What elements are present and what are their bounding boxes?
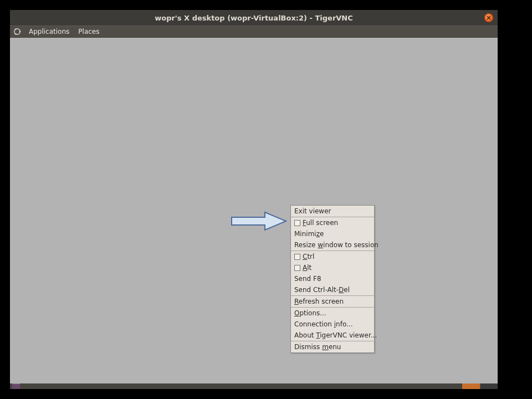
window-titlebar: wopr's X desktop (wopr-VirtualBox:2) - T…	[10, 10, 498, 25]
panel-launcher-icon[interactable]	[12, 383, 20, 389]
menu-ctrl-key[interactable]: Ctrl	[291, 251, 374, 262]
menu-connection-info[interactable]: Connection info...	[291, 319, 374, 330]
menu-dismiss[interactable]: Dismiss menu	[291, 341, 374, 352]
remote-desktop-area[interactable]: Exit viewer Full screen Minimize Resize …	[10, 38, 498, 383]
menu-full-screen[interactable]: Full screen	[291, 217, 374, 228]
vnc-window: wopr's X desktop (wopr-VirtualBox:2) - T…	[10, 10, 498, 389]
checkbox-icon	[294, 254, 300, 260]
workspace-switcher-active[interactable]	[462, 383, 480, 389]
menu-refresh-screen[interactable]: Refresh screen	[291, 296, 374, 307]
tigervnc-context-menu: Exit viewer Full screen Minimize Resize …	[290, 205, 375, 353]
menu-applications[interactable]: Applications	[24, 27, 74, 37]
menu-item-label: Send F8	[294, 274, 321, 283]
menu-item-label: Minimize	[294, 229, 324, 238]
menu-minimize[interactable]: Minimize	[291, 228, 374, 239]
menu-item-label: About TigerVNC viewer...	[294, 331, 377, 340]
menu-about[interactable]: About TigerVNC viewer...	[291, 330, 374, 341]
menu-item-label: Refresh screen	[294, 297, 344, 306]
menu-options[interactable]: Options...	[291, 308, 374, 319]
desktop-menubar: Applications Places	[10, 25, 498, 38]
svg-point-4	[15, 28, 17, 30]
menu-item-label: Resize window to session	[294, 241, 378, 249]
menu-item-label: Send Ctrl-Alt-Del	[294, 285, 350, 294]
menu-item-label: Dismiss menu	[294, 342, 341, 351]
window-close-button[interactable]	[484, 13, 493, 22]
menu-exit-viewer[interactable]: Exit viewer	[291, 206, 374, 217]
ubuntu-logo-icon	[13, 28, 21, 35]
menu-send-ctrl-alt-del[interactable]: Send Ctrl-Alt-Del	[291, 284, 374, 295]
svg-point-3	[19, 31, 21, 33]
workspace-switcher-inactive[interactable]	[480, 383, 498, 389]
checkbox-icon	[294, 265, 300, 271]
menu-item-label: Options...	[294, 309, 326, 318]
desktop-bottom-panel	[10, 383, 498, 389]
checkbox-icon	[294, 220, 300, 226]
close-icon	[487, 16, 491, 20]
window-title: wopr's X desktop (wopr-VirtualBox:2) - T…	[155, 14, 353, 22]
menu-alt-key[interactable]: Alt	[291, 262, 374, 273]
menu-item-label: Alt	[303, 263, 311, 272]
menu-item-label: Ctrl	[303, 252, 314, 261]
menu-item-label: Full screen	[303, 218, 338, 227]
menu-item-label: Exit viewer	[294, 207, 331, 216]
menu-item-label: Connection info...	[294, 320, 352, 329]
menu-send-f8[interactable]: Send F8	[291, 273, 374, 284]
svg-point-5	[15, 33, 17, 35]
menu-resize-window[interactable]: Resize window to session	[291, 239, 374, 250]
menu-places[interactable]: Places	[74, 27, 104, 37]
annotation-arrow-icon	[231, 211, 288, 231]
